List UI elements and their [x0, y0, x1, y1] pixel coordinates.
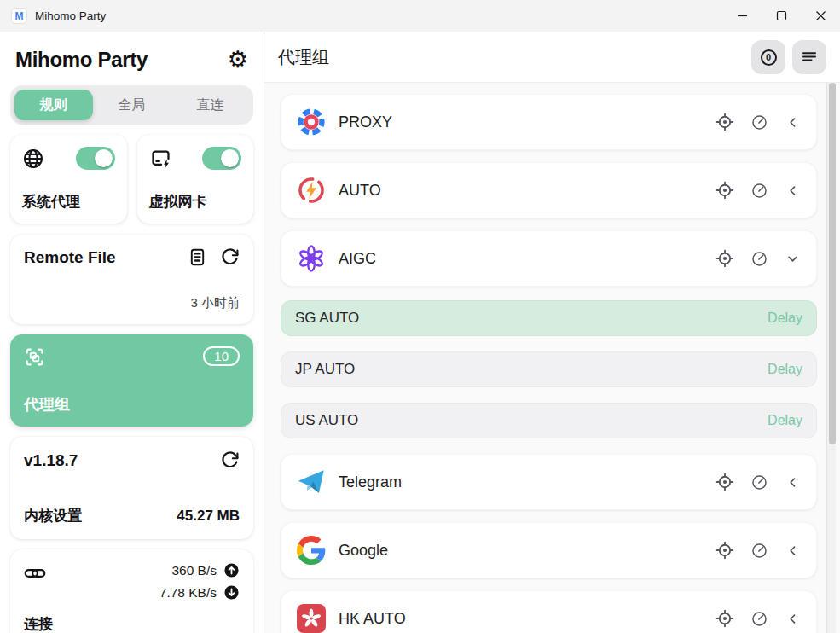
- tab-global[interactable]: 全局: [93, 90, 171, 120]
- proxy-group-list: PROXY AUTO: [264, 83, 840, 633]
- virtual-nic-card[interactable]: 虚拟网卡: [137, 135, 254, 224]
- group-card-auto[interactable]: AUTO: [281, 162, 817, 218]
- proxy-row-sg-auto[interactable]: SG AUTO Delay: [281, 300, 817, 336]
- delay-label[interactable]: Delay: [768, 362, 802, 377]
- core-restart-button[interactable]: [220, 450, 240, 470]
- tab-direct[interactable]: 直连: [171, 90, 249, 120]
- chevron-left-icon: [785, 183, 801, 199]
- core-settings-card[interactable]: v1.18.7 内核设置 45.27 MB: [10, 437, 253, 539]
- tab-rule[interactable]: 规则: [14, 90, 93, 120]
- chevron-left-icon: [785, 474, 801, 491]
- telegram-icon: [297, 467, 326, 497]
- scrollbar-thumb[interactable]: [829, 83, 836, 444]
- locate-node-button[interactable]: [715, 113, 734, 131]
- locate-node-button[interactable]: [715, 609, 734, 628]
- chevron-left-icon: [785, 611, 801, 627]
- profile-update-button[interactable]: [220, 247, 240, 267]
- target-icon: [715, 609, 734, 628]
- app-logo-icon: M: [11, 8, 27, 24]
- locate-node-button[interactable]: [715, 541, 734, 560]
- delay-test-button[interactable]: [750, 542, 768, 560]
- chevron-down-icon: [785, 251, 801, 267]
- gauge-icon: [750, 610, 768, 628]
- expand-group-button[interactable]: [785, 543, 801, 559]
- toggle-knob: [95, 149, 113, 167]
- tun-device-icon: [149, 147, 172, 170]
- display-mode-button[interactable]: [792, 40, 826, 74]
- chevron-left-icon: [785, 114, 801, 131]
- group-name: AIGC: [339, 250, 376, 268]
- delay-label[interactable]: Delay: [768, 413, 802, 428]
- minimize-icon: [737, 10, 748, 21]
- refresh-icon: [220, 450, 240, 470]
- upload-speed: 360 B/s: [171, 563, 217, 578]
- delay-test-button[interactable]: [750, 610, 768, 628]
- close-button[interactable]: [801, 0, 840, 32]
- app-body: Mihomo Party ⚙ 规则 全局 直连 系统代理 虚拟网卡: [0, 32, 840, 633]
- virtual-nic-label: 虚拟网卡: [149, 192, 242, 212]
- download-arrow-icon: [223, 584, 240, 601]
- expand-group-button[interactable]: [785, 474, 801, 491]
- main-panel: 代理组 0 PROXY: [264, 32, 840, 633]
- proxy-group-icon: [24, 346, 45, 368]
- sort-groups-button[interactable]: 0: [751, 40, 785, 74]
- system-proxy-card[interactable]: 系统代理: [10, 135, 127, 224]
- virtual-nic-toggle[interactable]: [202, 147, 241, 170]
- group-card-telegram[interactable]: Telegram: [281, 454, 817, 510]
- link-icon: [24, 562, 46, 584]
- settings-button[interactable]: ⚙: [228, 49, 248, 72]
- delay-test-button[interactable]: [750, 473, 768, 491]
- system-proxy-label: 系统代理: [22, 192, 115, 212]
- toggle-cards: 系统代理 虚拟网卡: [10, 135, 253, 224]
- gauge-icon: [750, 473, 768, 491]
- sidebar: Mihomo Party ⚙ 规则 全局 直连 系统代理 虚拟网卡: [0, 32, 264, 633]
- document-icon: [188, 247, 207, 267]
- group-name: AUTO: [339, 182, 381, 200]
- proxy-row-us-auto[interactable]: US AUTO Delay: [281, 403, 817, 438]
- sort-default-icon: 0: [761, 49, 777, 66]
- list-lines-icon: [799, 47, 820, 67]
- gauge-icon: [750, 182, 768, 200]
- sidebar-header: Mihomo Party ⚙: [10, 32, 253, 85]
- locate-node-button[interactable]: [715, 181, 734, 200]
- globe-icon: [22, 148, 44, 170]
- locate-node-button[interactable]: [715, 473, 734, 491]
- profile-card[interactable]: Remote File 3 小时前: [10, 235, 253, 324]
- titlebar: M Mihomo Party: [0, 0, 840, 32]
- group-card-hk-auto[interactable]: HK AUTO: [281, 590, 817, 633]
- scrollbar[interactable]: [826, 83, 836, 633]
- sidebar-item-proxy-groups[interactable]: 10 代理组: [10, 334, 253, 427]
- group-name: PROXY: [339, 113, 392, 131]
- hongkong-flag-icon: [297, 604, 326, 633]
- target-icon: [715, 113, 734, 131]
- expand-group-button[interactable]: [785, 611, 801, 627]
- gauge-icon: [750, 542, 768, 560]
- close-icon: [815, 10, 826, 21]
- minimize-button[interactable]: [722, 0, 762, 32]
- proxy-name: US AUTO: [295, 412, 358, 429]
- locate-node-button[interactable]: [715, 249, 734, 268]
- chevron-left-icon: [785, 543, 801, 559]
- delay-test-button[interactable]: [750, 250, 768, 268]
- download-speed: 7.78 KB/s: [159, 585, 217, 601]
- group-card-google[interactable]: Google: [281, 522, 817, 578]
- expand-group-button[interactable]: [785, 114, 801, 131]
- core-memory-usage: 45.27 MB: [177, 508, 240, 525]
- gauge-icon: [750, 113, 768, 131]
- profile-edit-button[interactable]: [188, 247, 207, 267]
- maximize-button[interactable]: [762, 0, 801, 32]
- system-proxy-toggle[interactable]: [76, 147, 115, 170]
- expand-group-button[interactable]: [785, 183, 801, 199]
- outbound-mode-tabs: 规则 全局 直连: [10, 85, 253, 125]
- delay-test-button[interactable]: [750, 182, 768, 200]
- group-card-proxy[interactable]: PROXY: [281, 94, 817, 150]
- google-icon: [297, 536, 326, 565]
- group-card-aigc[interactable]: AIGC: [281, 230, 817, 287]
- refresh-icon: [220, 247, 240, 267]
- delay-label[interactable]: Delay: [768, 311, 802, 326]
- window-controls: [722, 0, 840, 32]
- delay-test-button[interactable]: [750, 113, 768, 131]
- collapse-group-button[interactable]: [785, 251, 801, 267]
- proxy-row-jp-auto[interactable]: JP AUTO Delay: [281, 351, 817, 387]
- connections-card[interactable]: 360 B/s 7.78 KB/s 连接: [10, 549, 253, 633]
